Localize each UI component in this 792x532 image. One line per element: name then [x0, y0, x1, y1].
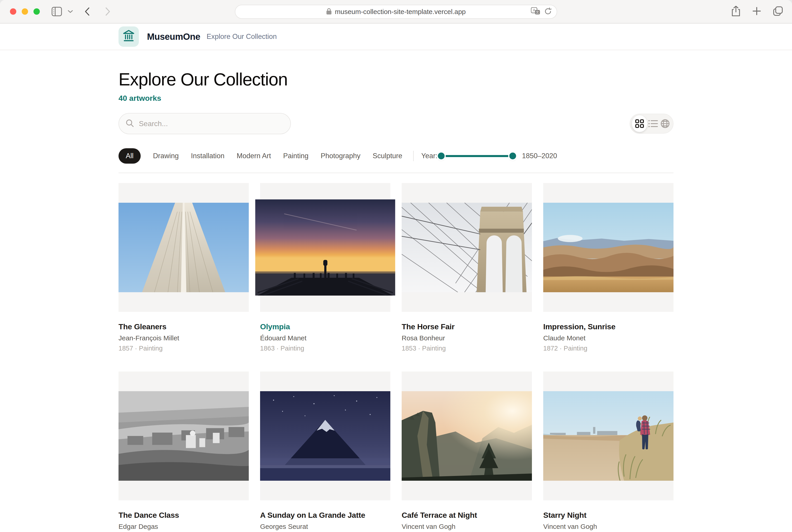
slider-handle-min[interactable]	[438, 153, 445, 159]
artwork-artist: Édouard Manet	[260, 334, 390, 342]
artwork-artist: Claude Monet	[543, 334, 674, 342]
artwork-meta: 1872 · Painting	[543, 345, 674, 352]
divider	[118, 173, 674, 173]
artwork-card[interactable]: The Dance Class Edgar Degas 1874 · Paint…	[118, 372, 249, 532]
sidebar-toggle-icon[interactable]	[52, 7, 62, 16]
artwork-artist: Georges Seurat	[260, 523, 390, 530]
list-view-button[interactable]	[647, 117, 659, 130]
museum-icon	[123, 30, 134, 43]
artwork-title[interactable]: Impression, Sunrise	[543, 322, 674, 331]
artwork-card[interactable]: Starry Night Vincent van Gogh 1889 · Pai…	[543, 372, 674, 532]
artwork-image-frame	[260, 183, 390, 312]
reload-icon[interactable]	[545, 7, 552, 16]
artwork-title[interactable]: The Dance Class	[118, 511, 249, 519]
artwork-image-frame	[543, 372, 674, 500]
artwork-image	[118, 391, 249, 481]
close-window-button[interactable]	[10, 8, 16, 15]
search-icon	[126, 119, 134, 128]
browser-toolbar: museum-collection-site-template.vercel.a…	[0, 0, 792, 23]
artwork-card[interactable]: Olympia Édouard Manet 1863 · Painting	[260, 183, 390, 352]
artwork-card[interactable]: Café Terrace at Night Vincent van Gogh 1…	[402, 372, 532, 532]
artwork-title[interactable]: A Sunday on La Grande Jatte	[260, 511, 390, 519]
artwork-title[interactable]: Starry Night	[543, 511, 674, 519]
artwork-image	[543, 203, 674, 292]
artwork-artist: Jean-François Millet	[118, 334, 249, 342]
artwork-image-frame	[402, 372, 532, 500]
artwork-image	[260, 391, 390, 481]
artwork-meta: 1857 · Painting	[118, 345, 249, 352]
map-view-button[interactable]	[659, 117, 671, 130]
year-filter-label: Year:	[421, 152, 437, 160]
artwork-artist: Vincent van Gogh	[543, 523, 674, 530]
svg-text:文: 文	[536, 11, 539, 14]
artwork-title[interactable]: The Horse Fair	[402, 322, 532, 331]
grid-view-button[interactable]	[632, 115, 647, 132]
share-icon[interactable]	[731, 6, 740, 17]
artwork-image-frame	[118, 372, 249, 500]
search-input[interactable]	[139, 119, 275, 128]
tab-overview-icon[interactable]	[773, 6, 783, 17]
artwork-card[interactable]: A Sunday on La Grande Jatte Georges Seur…	[260, 372, 390, 532]
artwork-card[interactable]: Impression, Sunrise Claude Monet 1872 · …	[543, 183, 674, 352]
artwork-image-frame	[402, 183, 532, 312]
artwork-image-frame	[118, 183, 249, 312]
artwork-card[interactable]: The Horse Fair Rosa Bonheur 1853 · Paint…	[402, 183, 532, 352]
artwork-image	[118, 203, 249, 292]
filter-bar: All Drawing Installation Modern Art Pain…	[118, 148, 674, 164]
filter-tab-painting[interactable]: Painting	[283, 152, 309, 160]
minimize-window-button[interactable]	[22, 8, 28, 15]
translate-icon[interactable]: A文	[531, 7, 540, 16]
slider-handle-max[interactable]	[509, 153, 516, 159]
search-box[interactable]	[118, 113, 291, 134]
site-name[interactable]: MuseumOne	[147, 32, 200, 42]
artwork-image	[255, 200, 395, 296]
chevron-down-icon[interactable]	[68, 10, 73, 13]
artwork-title[interactable]: The Gleaners	[118, 322, 249, 331]
slider-track[interactable]	[439, 155, 515, 157]
artwork-count: 40 artworks	[118, 94, 674, 102]
artwork-title[interactable]: Olympia	[260, 322, 390, 331]
filter-tab-all[interactable]: All	[118, 148, 141, 164]
filter-tab-photography[interactable]: Photography	[321, 152, 361, 160]
artwork-grid: The Gleaners Jean-François Millet 1857 ·…	[118, 183, 674, 532]
artwork-image-frame	[543, 183, 674, 312]
url-text: museum-collection-site-template.vercel.a…	[335, 8, 466, 16]
artwork-meta: 1853 · Painting	[402, 345, 532, 352]
artwork-image-frame	[260, 372, 390, 500]
page-title: Explore Our Collection	[118, 69, 674, 90]
zoom-window-button[interactable]	[34, 8, 40, 15]
artwork-title[interactable]: Café Terrace at Night	[402, 511, 532, 519]
filter-tab-installation[interactable]: Installation	[191, 152, 224, 160]
site-header: MuseumOne Explore Our Collection	[0, 23, 792, 50]
artwork-card[interactable]: The Gleaners Jean-François Millet 1857 ·…	[118, 183, 249, 352]
year-range-value: 1850–2020	[522, 152, 557, 160]
artwork-artist: Edgar Degas	[118, 523, 249, 530]
artwork-meta: 1863 · Painting	[260, 345, 390, 352]
address-bar[interactable]: museum-collection-site-template.vercel.a…	[235, 5, 557, 19]
filter-tab-modern-art[interactable]: Modern Art	[237, 152, 271, 160]
back-button[interactable]	[85, 7, 90, 16]
new-tab-icon[interactable]	[752, 6, 761, 17]
view-toggle	[630, 114, 674, 134]
window-controls	[10, 8, 40, 15]
artwork-image	[402, 391, 532, 481]
lock-icon	[326, 8, 332, 16]
filter-tab-drawing[interactable]: Drawing	[153, 152, 179, 160]
forward-button[interactable]	[105, 7, 110, 16]
divider	[413, 151, 413, 161]
artwork-artist: Rosa Bonheur	[402, 334, 532, 342]
artwork-artist: Vincent van Gogh	[402, 523, 532, 530]
artwork-image	[402, 203, 532, 292]
filter-tab-sculpture[interactable]: Sculpture	[373, 152, 402, 160]
year-range-slider[interactable]	[439, 153, 515, 159]
browser-window: museum-collection-site-template.vercel.a…	[0, 0, 792, 532]
artwork-image	[543, 391, 674, 481]
site-tagline: Explore Our Collection	[207, 33, 277, 41]
site-logo[interactable]	[118, 26, 139, 47]
